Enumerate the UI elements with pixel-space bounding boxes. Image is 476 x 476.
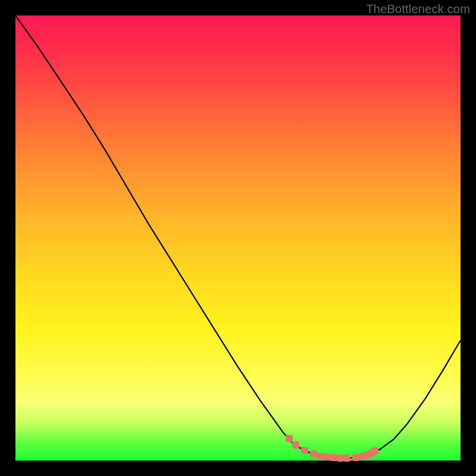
line-curve: [15, 15, 461, 461]
data-marker: [330, 454, 337, 461]
chart-frame: TheBottleneck.com: [0, 0, 476, 476]
data-marker: [317, 453, 324, 460]
data-marker: [337, 455, 344, 462]
data-marker: [292, 441, 299, 449]
data-marker: [286, 435, 293, 442]
watermark-text: TheBottleneck.com: [366, 2, 470, 16]
data-marker: [352, 454, 359, 461]
data-marker: [324, 453, 331, 461]
data-marker: [343, 455, 350, 462]
data-marker: [301, 447, 308, 454]
plot-area: [15, 15, 461, 461]
data-marker: [371, 447, 378, 455]
data-marker: [310, 450, 317, 458]
